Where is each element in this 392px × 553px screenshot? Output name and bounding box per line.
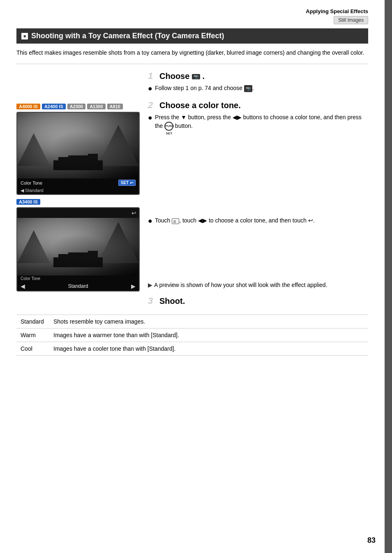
still-images-container: Still Images (16, 16, 368, 27)
preview-text: A preview is shown of how your shot will… (154, 282, 327, 288)
step-2-bullet-b: ● Touch , touch ◀▶ to choose a color ton… (148, 216, 368, 225)
right-sidebar-bar (385, 0, 392, 553)
standard-text-1: ◀ Standard (21, 188, 44, 193)
table-cell-cool-label: Cool (16, 342, 49, 356)
step-2-number: 2 (148, 100, 156, 111)
header-title: Applying Special Effects (306, 8, 368, 14)
image-spacer (148, 134, 368, 216)
color-tone-label-1: Color Tone (21, 180, 42, 185)
table-row-warm: Warm Images have a warmer tone than with… (16, 329, 368, 342)
tag-a810: A810 (107, 104, 123, 109)
step-3-title: Shoot. (159, 296, 185, 306)
steps-area: A4000 IS A2400 IS A2300 A1300 A810 (16, 71, 368, 308)
camera-screen-2: ↩ Color Tone ◀ Standard ▶ (16, 207, 140, 292)
preview-triangle-icon: ▶ (148, 282, 152, 288)
table-cell-cool-desc: Images have a cooler tone than with [Sta… (49, 342, 368, 356)
camera-screen-bottom-2: ◀ Standard ▶ (17, 282, 139, 291)
vignette-1 (17, 113, 139, 178)
camera2-tags: A3400 IS (16, 199, 140, 205)
tag-a2300: A2300 (67, 104, 85, 109)
step-2-title: Choose a color tone. (159, 101, 241, 110)
step-2-header: 2 Choose a color tone. (148, 100, 368, 111)
tag-a2400is: A2400 IS (42, 104, 66, 109)
camera-icon-step1: 📷 (192, 74, 200, 79)
preview-arrow-row: ▶ A preview is shown of how your shot wi… (148, 282, 368, 288)
tag-a1300: A1300 (87, 104, 105, 109)
right-column: 1 Choose 📷 . ● Follow step 1 on p. 74 an… (148, 71, 368, 308)
right-arrow-2: ▶ (131, 283, 136, 289)
func-set-icon: FUNCSET (164, 122, 173, 131)
step-1-container: 1 Choose 📷 . ● Follow step 1 on p. 74 an… (148, 71, 368, 93)
section-title-bar: ■ Shooting with a Toy Camera Effect (Toy… (16, 28, 368, 44)
table-row-cool: Cool Images have a cooler tone than with… (16, 342, 368, 356)
camera-image-2 (17, 218, 139, 275)
step-3-header: 3 Shoot. (148, 296, 368, 306)
table-cell-standard-label: Standard (16, 315, 49, 329)
bullet-dot-2a: ● (148, 114, 152, 121)
back-arrow-icon: ↩ (131, 210, 136, 216)
intro-text: This effect makes images resemble shots … (16, 49, 368, 57)
table-cell-standard-desc: Shots resemble toy camera images. (49, 315, 368, 329)
step-1-bullet-text: Follow step 1 on p. 74 and choose 📷. (155, 84, 368, 93)
image-spacer-2 (148, 228, 368, 282)
step-2-bullet-b-text: Touch , touch ◀▶ to choose a color tone,… (155, 216, 368, 225)
camera-screen-1: Color Tone SET ↩ ◀ Standard (16, 112, 140, 195)
tag-a3400is: A3400 IS (16, 199, 40, 205)
content-area: Applying Special Effects Still Images ■ … (0, 0, 385, 372)
still-images-badge: Still Images (334, 16, 368, 24)
camera-image-1 (17, 113, 139, 178)
standard-center: Standard (68, 283, 88, 289)
step-2-bullet-a: ● Press the ▼ button, press the ◀▶ butto… (148, 113, 368, 131)
section-title-text: Shooting with a Toy Camera Effect (Toy C… (31, 32, 224, 40)
bullet-dot-1: ● (148, 85, 152, 92)
step-1-header: 1 Choose 📷 . (148, 71, 368, 81)
page-container: Applying Special Effects Still Images ■ … (0, 0, 392, 553)
tag-a4000is: A4000 IS (16, 104, 40, 109)
divider-top (16, 64, 368, 64)
standard-bar-1: ◀ Standard (17, 187, 139, 194)
header-section: Applying Special Effects (16, 8, 368, 14)
step-2-container: 2 Choose a color tone. ● Press the ▼ but… (148, 100, 368, 288)
page-number: 83 (367, 536, 376, 545)
table-cell-warm-label: Warm (16, 329, 49, 342)
bullet-dot-2b: ● (148, 217, 152, 224)
step-1-title: Choose 📷 . (159, 72, 205, 81)
set-badge: SET ↩ (118, 180, 136, 186)
camera-screen-bottom-1: Color Tone SET ↩ (17, 178, 139, 187)
left-arrow-2: ◀ (21, 283, 25, 289)
camera1-tags: A4000 IS A2400 IS A2300 A1300 A810 (16, 104, 140, 109)
table-row-standard: Standard Shots resemble toy camera image… (16, 315, 368, 329)
vignette-2 (17, 218, 139, 275)
step-1-bullet: ● Follow step 1 on p. 74 and choose 📷. (148, 84, 368, 93)
step-2-bullet-a-text: Press the ▼ button, press the ◀▶ buttons… (155, 113, 368, 131)
table-cell-warm-desc: Images have a warmer tone than with [Sta… (49, 329, 368, 342)
step-1-number: 1 (148, 71, 156, 81)
menu-icon (172, 218, 179, 224)
section-icon: ■ (21, 33, 28, 39)
color-tone-label-2: Color Tone (21, 276, 40, 281)
left-column: A4000 IS A2400 IS A2300 A1300 A810 (16, 71, 140, 308)
back-arrow-bar: ↩ (17, 208, 139, 218)
step1-spacer (16, 71, 140, 104)
step-3-number: 3 (148, 296, 156, 306)
info-table: Standard Shots resemble toy camera image… (16, 315, 368, 356)
camera-icon-inline-1: 📷 (244, 85, 252, 92)
color-tone-bar-2: Color Tone (17, 275, 139, 282)
step-3-container: 3 Shoot. (148, 296, 368, 306)
